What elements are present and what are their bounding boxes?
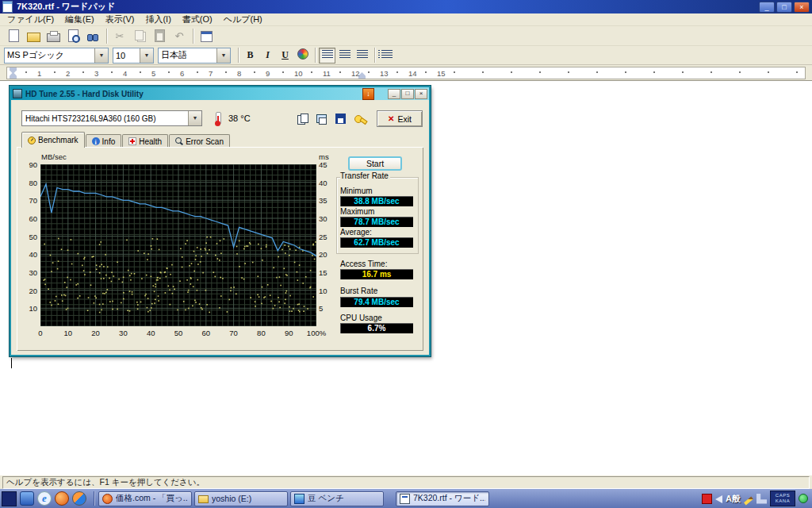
health-icon [128,137,136,145]
new-button[interactable] [4,27,23,44]
hdtune-toolbar [293,110,370,126]
media-player-icon[interactable] [72,491,86,506]
toolbar-separator [374,48,375,63]
drive-select[interactable]: Hitachi HTS723216L9A360 (160 GB) ▼ [21,110,202,126]
x-tick: 60 [202,329,211,337]
ime-mode-indicator[interactable]: A般 [726,493,741,505]
language-select[interactable]: 日本語 ▼ [158,48,231,64]
volume-icon[interactable] [715,495,722,503]
bold-button[interactable]: B [242,48,259,64]
align-left-button[interactable] [319,48,335,64]
taskbar-button-app[interactable]: 豆 ベンチ [290,491,384,506]
menu-item-0[interactable]: ファイル(F) [2,13,59,26]
underline-button[interactable]: U [277,48,293,64]
left-indent-marker[interactable] [10,72,17,79]
hdtune-close-button[interactable]: × [415,89,427,99]
tab-benchmark[interactable]: Benchmark [21,132,85,148]
start-button[interactable]: Start [348,156,402,171]
y-left-unit-label: MB/sec [41,152,67,161]
menu-item-4[interactable]: 書式(O) [177,13,218,26]
close-button[interactable]: × [794,2,810,13]
print-button[interactable] [44,27,63,44]
tab-error-scan[interactable]: Error Scan [169,134,230,148]
tab-info[interactable]: Info [86,134,122,148]
hdtune-maximize-button[interactable]: □ [401,89,414,99]
color-palette-icon [297,48,308,60]
chevron-down-icon[interactable]: ▼ [94,48,108,63]
x-tick: 80 [257,329,266,337]
taskbar-button-drive[interactable]: yoshio (E:) [194,491,288,506]
datetime-button[interactable] [197,27,216,44]
chevron-down-icon[interactable]: ▼ [188,111,201,125]
x-tick: 90 [285,329,293,337]
bullets-icon [381,50,393,59]
align-center-button[interactable] [336,48,353,64]
taskbar-button-wordpad[interactable]: 7K320.rtf - ワード... [396,491,489,506]
benchmark-panel: MB/sec ms Start Transfer Rate Minimum 38… [17,147,423,351]
ime-pencil-icon[interactable] [744,496,753,505]
font-color-button[interactable] [294,48,311,64]
tab-label: Error Scan [186,137,224,146]
maximize-button[interactable]: □ [776,2,792,13]
y-left-tick: 90 [18,160,37,169]
chevron-down-icon[interactable]: ▼ [140,48,153,63]
y-right-tick: 5 [319,304,323,313]
y-left-tick: 80 [18,179,37,187]
hdtune-minimize-button[interactable]: _ [388,89,400,99]
taskbar-button-label: 価格.com - 「買っ... [116,493,188,504]
toolbar-separator [238,48,239,63]
y-right-tick: 30 [319,214,327,223]
save-screenshot-button[interactable] [331,110,349,126]
document-area[interactable]: HD Tune 2.55 - Hard Disk Utility ↓ _ □ ×… [0,80,812,475]
open-button[interactable] [24,27,43,44]
chevron-down-icon[interactable]: ▼ [216,48,230,63]
internet-explorer-icon[interactable]: e [37,491,52,506]
copy-screenshot-button[interactable] [312,110,330,126]
status-message: ヘルプを表示するには、F1 キーを押してください。 [2,476,810,489]
security-icon[interactable] [702,494,712,504]
font-size-select[interactable]: 10 ▼ [113,48,154,64]
align-right-button[interactable] [354,48,370,64]
ruler-number: 12 [351,69,360,78]
show-desktop-icon[interactable] [20,491,34,506]
preview-button[interactable] [63,27,82,44]
ruler[interactable]: 123456789101112131415 [0,65,812,80]
x-tick: 40 [147,329,155,337]
taskbar-corner-icon[interactable] [2,491,17,506]
menu-item-3[interactable]: 挿入(I) [140,13,176,26]
caps-kana-indicator[interactable]: CAPS KANA [770,491,795,506]
status-green-icon[interactable] [799,494,808,503]
datetime-icon [201,31,213,42]
y-left-tick: 40 [18,250,37,259]
minimize-button[interactable]: _ [759,2,775,13]
y-right-tick: 45 [319,160,327,169]
align-right-icon [357,50,368,59]
undo-icon: ↶ [175,30,184,42]
language-name: 日本語 [159,49,216,61]
italic-button[interactable]: I [259,48,276,64]
bullets-button[interactable] [378,48,395,64]
format-bar: MS Pゴシック ▼ 10 ▼ 日本語 ▼ B I U [0,46,812,65]
menu-item-5[interactable]: ヘルプ(H) [218,13,268,26]
menu-item-2[interactable]: 表示(V) [100,13,140,26]
wordpad-icon [400,494,410,504]
exit-button[interactable]: ✕ Exit [377,110,423,127]
taskbar-button-kakaku[interactable]: 価格.com - 「買っ... [98,491,192,506]
firefox-icon[interactable] [55,491,69,506]
y-right-tick: 40 [319,179,327,187]
ruler-number: 5 [151,69,155,78]
toolbar-separator [193,29,193,44]
options-button[interactable] [350,110,368,126]
ruler-strip[interactable]: 123456789101112131415 [6,67,806,79]
kana-label: KANA [776,498,790,504]
font-select[interactable]: MS Pゴシック ▼ [4,48,109,64]
copy-icon [137,32,146,42]
menu-item-1[interactable]: 編集(E) [59,13,100,26]
tab-health[interactable]: Health [122,134,168,148]
taskbar-button-label: 7K320.rtf - ワード... [413,493,485,504]
ime-tools-icon[interactable] [756,494,767,504]
find-button[interactable] [83,27,102,44]
y-right-tick: 15 [319,268,327,277]
copy-text-button[interactable] [293,110,311,126]
drive-name: Hitachi HTS723216L9A360 (160 GB) [22,114,188,123]
